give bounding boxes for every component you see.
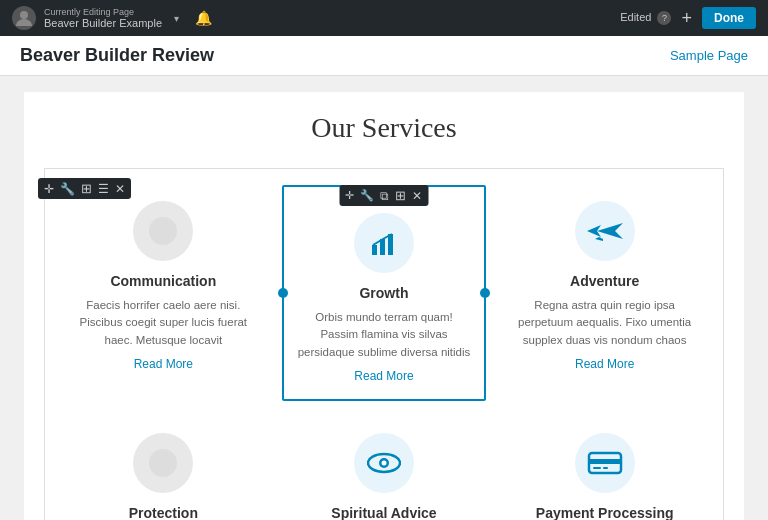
growth-desc: Orbis mundo terram quam! Passim flamina … bbox=[296, 309, 473, 361]
row-toolbar[interactable]: ✛ 🔧 ⊞ ☰ ✕ bbox=[38, 178, 131, 199]
top-bar: Currently Editing Page Beaver Builder Ex… bbox=[0, 0, 768, 36]
editing-label: Currently Editing Page bbox=[44, 7, 162, 17]
canvas: Our Services ✛ 🔧 ⊞ ☰ ✕ Communication Fae… bbox=[24, 92, 744, 520]
payment-icon bbox=[575, 433, 635, 493]
done-button[interactable]: Done bbox=[702, 7, 756, 29]
svg-rect-10 bbox=[589, 459, 621, 464]
svg-point-8 bbox=[381, 460, 386, 465]
growth-read-more[interactable]: Read More bbox=[296, 369, 473, 383]
edited-status: Edited ? bbox=[620, 11, 671, 25]
move-icon[interactable]: ✛ bbox=[44, 182, 54, 196]
sample-page-link[interactable]: Sample Page bbox=[670, 48, 748, 63]
menu-icon[interactable]: ☰ bbox=[98, 182, 109, 196]
services-section: Communication Faecis horrifer caelo aere… bbox=[44, 168, 724, 520]
communication-desc: Faecis horrifer caelo aere nisi. Piscibu… bbox=[73, 297, 254, 349]
communication-icon bbox=[133, 201, 193, 261]
top-bar-right: Edited ? + Done bbox=[620, 7, 756, 29]
spiritual-title: Spiritual Advice bbox=[294, 505, 475, 520]
top-bar-left: Currently Editing Page Beaver Builder Ex… bbox=[12, 6, 212, 30]
protection-icon bbox=[133, 433, 193, 493]
adventure-icon bbox=[575, 201, 635, 261]
admin-bar: Beaver Builder Review Sample Page bbox=[0, 36, 768, 76]
service-card-payment: Payment Processing Agitabilis abscidit p… bbox=[502, 417, 707, 520]
adventure-title: Adventure bbox=[514, 273, 695, 289]
svg-rect-4 bbox=[388, 234, 393, 255]
module-close-icon[interactable]: ✕ bbox=[412, 189, 422, 203]
communication-read-more[interactable]: Read More bbox=[73, 357, 254, 371]
wrench-icon[interactable]: 🔧 bbox=[60, 182, 75, 196]
services-grid: Communication Faecis horrifer caelo aere… bbox=[61, 185, 707, 520]
svg-rect-11 bbox=[593, 467, 601, 469]
help-icon[interactable]: ? bbox=[657, 11, 671, 25]
module-wrench-icon[interactable]: 🔧 bbox=[360, 189, 374, 202]
payment-title: Payment Processing bbox=[514, 505, 695, 520]
growth-icon bbox=[354, 213, 414, 273]
svg-point-5 bbox=[149, 449, 177, 477]
communication-title: Communication bbox=[73, 273, 254, 289]
avatar bbox=[12, 6, 36, 30]
module-toolbar[interactable]: ✛ 🔧 ⧉ ⊞ ✕ bbox=[339, 185, 428, 206]
adventure-read-more[interactable]: Read More bbox=[514, 357, 695, 371]
svg-rect-12 bbox=[603, 467, 608, 469]
spiritual-icon bbox=[354, 433, 414, 493]
module-move-icon[interactable]: ✛ bbox=[345, 189, 354, 202]
svg-point-0 bbox=[20, 11, 28, 19]
service-card-spiritual: Spiritual Advice Effigiem iapeto habente… bbox=[282, 417, 487, 520]
protection-title: Protection bbox=[73, 505, 254, 520]
page-name: Beaver Builder Example bbox=[44, 17, 162, 29]
add-button[interactable]: + bbox=[681, 8, 692, 29]
svg-rect-2 bbox=[372, 245, 377, 255]
bell-icon[interactable]: 🔔 bbox=[195, 10, 212, 26]
growth-title: Growth bbox=[296, 285, 473, 301]
module-copy-icon[interactable]: ⧉ bbox=[380, 189, 389, 203]
editing-info: Currently Editing Page Beaver Builder Ex… bbox=[44, 7, 162, 29]
service-card-communication: Communication Faecis horrifer caelo aere… bbox=[61, 185, 266, 401]
adventure-desc: Regna astra quin regio ipsa perpetuum ae… bbox=[514, 297, 695, 349]
service-card-growth: ✛ 🔧 ⧉ ⊞ ✕ Growth Orbis mundo terram quam… bbox=[282, 185, 487, 401]
close-icon[interactable]: ✕ bbox=[115, 182, 125, 196]
service-card-protection: Protection Congeriem posset: glomeravit … bbox=[61, 417, 266, 520]
section-title: Our Services bbox=[44, 112, 724, 144]
svg-point-1 bbox=[149, 217, 177, 245]
service-card-adventure: Adventure Regna astra quin regio ipsa pe… bbox=[502, 185, 707, 401]
module-grid-icon[interactable]: ⊞ bbox=[395, 188, 406, 203]
grid-icon[interactable]: ⊞ bbox=[81, 181, 92, 196]
page-title: Beaver Builder Review bbox=[20, 45, 214, 66]
chevron-down-icon[interactable]: ▾ bbox=[174, 13, 179, 24]
